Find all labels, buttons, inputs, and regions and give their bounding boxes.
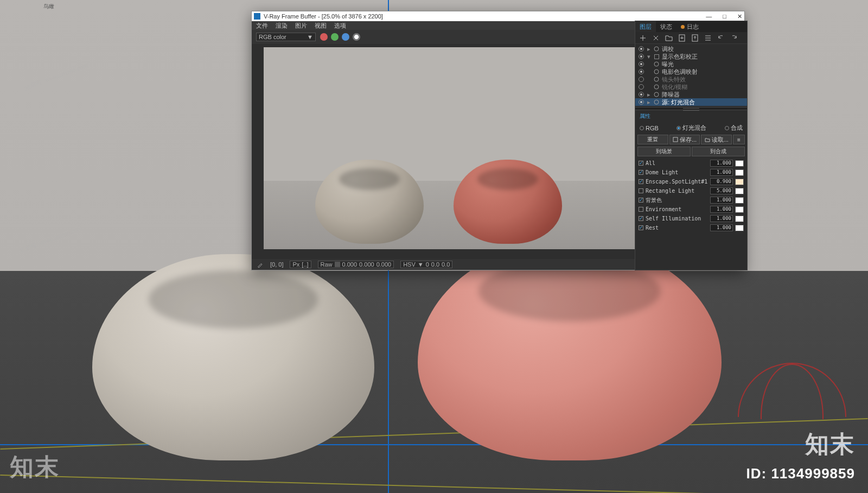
light-enable-checkbox[interactable]	[639, 179, 643, 184]
tab-layers[interactable]: 图层	[635, 21, 656, 33]
fold-arrow-icon[interactable]: ▸	[647, 46, 651, 53]
window-titlebar[interactable]: V-Ray Frame Buffer - [25.0% of 3876 x 22…	[252, 11, 744, 21]
to-scene-button[interactable]: 到场景	[637, 147, 691, 156]
undo-icon[interactable]	[717, 34, 725, 42]
save-preset-icon[interactable]	[678, 34, 686, 42]
mode-lightmix[interactable]: 灯光混合	[676, 124, 706, 132]
light-color-swatch[interactable]	[735, 225, 744, 231]
light-row[interactable]: Self Illumination1.000	[635, 214, 747, 223]
load-button[interactable]: 读取...	[701, 135, 732, 144]
light-multiplier-input[interactable]: 1.000	[710, 197, 733, 204]
light-multiplier-input[interactable]: 5.000	[710, 187, 733, 194]
light-enable-checkbox[interactable]	[639, 161, 643, 166]
layer-row[interactable]: 电影色调映射	[635, 68, 747, 75]
menu-file[interactable]: 文件	[256, 22, 268, 30]
panel-splitter[interactable]	[635, 107, 747, 110]
layer-row[interactable]: ▸降噪器	[635, 91, 747, 98]
reset-button[interactable]: 重置	[637, 135, 668, 144]
light-row[interactable]: All1.000	[635, 159, 747, 168]
save-button[interactable]: 保存...	[669, 135, 700, 144]
layer-list-icon[interactable]	[704, 34, 712, 42]
light-enable-checkbox[interactable]	[639, 207, 643, 212]
light-color-swatch[interactable]	[735, 206, 744, 213]
light-multiplier-input[interactable]: 1.000	[710, 215, 733, 222]
light-multiplier-input[interactable]: 0.900	[710, 178, 733, 185]
light-color-swatch[interactable]	[735, 188, 744, 194]
channel-alpha-icon[interactable]	[353, 33, 360, 41]
add-layer-icon[interactable]	[639, 34, 647, 42]
channel-red-icon[interactable]	[320, 33, 328, 41]
visibility-toggle-icon[interactable]	[639, 61, 644, 67]
light-color-swatch[interactable]	[735, 169, 744, 176]
light-multiplier-input[interactable]: 1.000	[710, 206, 733, 213]
light-row[interactable]: Rectangle Light5.000	[635, 186, 747, 195]
mode-composite[interactable]: 合成	[725, 124, 743, 132]
layer-row[interactable]: ▾显示色彩校正	[635, 53, 747, 60]
dome-light-gizmo[interactable]	[738, 363, 846, 417]
px-readout: Px[..]	[290, 261, 311, 268]
mode-rgb[interactable]: RGB	[640, 125, 659, 131]
visibility-toggle-icon[interactable]	[639, 92, 644, 97]
light-enable-checkbox[interactable]	[639, 225, 643, 230]
folder-icon[interactable]	[665, 34, 673, 42]
fold-arrow-icon[interactable]: ▸	[647, 91, 651, 98]
light-color-swatch[interactable]	[735, 197, 744, 204]
svg-point-15	[654, 92, 659, 97]
light-row[interactable]: Enscape.SpotLight#10.900	[635, 177, 747, 186]
menu-options[interactable]: 选项	[334, 22, 346, 30]
menu-render[interactable]: 渲染	[276, 22, 288, 30]
light-multiplier-input[interactable]: 1.000	[710, 160, 733, 167]
visibility-toggle-icon[interactable]	[639, 46, 644, 52]
light-enable-checkbox[interactable]	[639, 170, 643, 175]
visibility-toggle-icon[interactable]	[639, 54, 644, 59]
visibility-toggle-icon[interactable]	[639, 99, 644, 105]
light-row[interactable]: Rest1.000	[635, 223, 747, 232]
delete-layer-icon[interactable]	[652, 34, 660, 42]
light-multiplier-input[interactable]: 1.000	[710, 224, 733, 231]
light-row[interactable]: 背景色1.000	[635, 195, 747, 205]
light-color-swatch[interactable]	[735, 160, 744, 167]
watermark-text: 知末网 www.znzmo.com	[21, 54, 90, 93]
light-enable-checkbox[interactable]	[639, 216, 643, 221]
light-color-swatch[interactable]	[735, 179, 744, 185]
layer-row[interactable]: 曝光	[635, 60, 747, 68]
save-icon	[673, 137, 678, 142]
raw-readout: Raw0.0000.0000.000	[318, 261, 394, 268]
menu-view[interactable]: 视图	[315, 22, 327, 30]
fold-arrow-icon[interactable]: ▾	[647, 53, 651, 60]
layer-row[interactable]: 锐化/模糊	[635, 83, 747, 91]
layer-row[interactable]: ▸调校	[635, 45, 747, 53]
light-name: Environment	[646, 206, 708, 212]
channel-select[interactable]: RGB color▼	[256, 33, 316, 41]
layer-row[interactable]: 镜头特效	[635, 75, 747, 83]
tab-log[interactable]: 日志	[676, 21, 703, 33]
to-composite-button[interactable]: 到合成	[692, 147, 745, 156]
tab-status[interactable]: 状态	[656, 21, 676, 33]
layer-row[interactable]: ▸源: 灯光混合	[635, 98, 747, 106]
pick-color-icon[interactable]	[257, 261, 264, 268]
channel-green-icon[interactable]	[331, 33, 339, 41]
preset-menu-button[interactable]: ≡	[733, 135, 745, 144]
layer-list[interactable]: ▸调校▾显示色彩校正曝光电影色调映射镜头特效锐化/模糊▸降噪器▸源: 灯光混合	[635, 44, 747, 107]
window-title: V-Ray Frame Buffer - [25.0% of 3876 x 22…	[264, 13, 383, 20]
light-color-swatch[interactable]	[735, 216, 744, 222]
light-mix-list[interactable]: All1.000Dome Light1.000Enscape.SpotLight…	[635, 157, 747, 233]
visibility-toggle-icon[interactable]	[639, 77, 644, 82]
light-row[interactable]: Dome Light1.000	[635, 168, 747, 177]
channel-blue-icon[interactable]	[342, 33, 349, 41]
light-row[interactable]: Environment1.000	[635, 205, 747, 214]
close-button[interactable]: ✕	[737, 13, 742, 20]
fold-arrow-icon[interactable]: ▸	[647, 99, 651, 106]
mesh-beanbag-grey[interactable]	[92, 254, 374, 460]
light-enable-checkbox[interactable]	[639, 198, 643, 203]
visibility-toggle-icon[interactable]	[639, 69, 644, 74]
load-preset-icon[interactable]	[691, 34, 699, 42]
menu-image[interactable]: 图片	[295, 22, 307, 30]
light-enable-checkbox[interactable]	[639, 188, 643, 193]
mesh-beanbag-red[interactable]	[418, 243, 722, 460]
minimize-button[interactable]: —	[706, 13, 712, 20]
visibility-toggle-icon[interactable]	[639, 84, 644, 90]
maximize-button[interactable]: □	[723, 13, 726, 20]
redo-icon[interactable]	[730, 34, 738, 42]
light-multiplier-input[interactable]: 1.000	[710, 169, 733, 176]
